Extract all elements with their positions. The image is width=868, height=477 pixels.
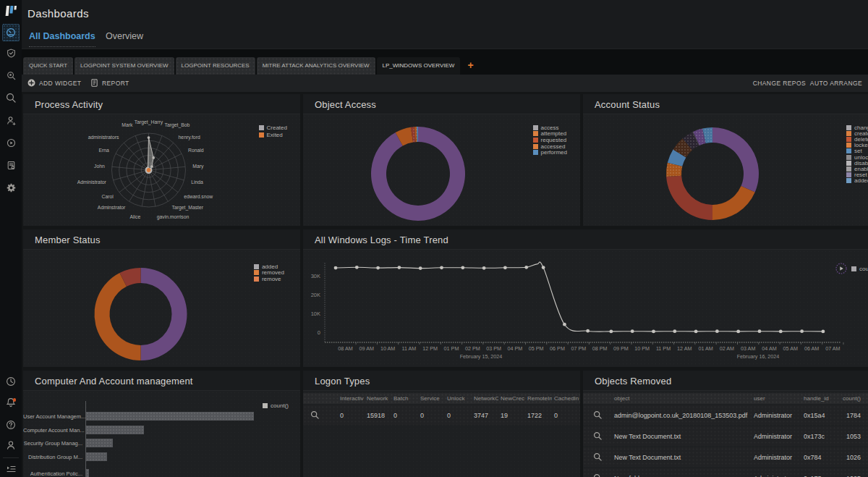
- column-header[interactable]: NetworkC: [472, 395, 498, 402]
- radar-chart-body[interactable]: Target_HarryTarget_Bobhenry.fordRonaldMa…: [23, 114, 300, 226]
- bar[interactable]: [86, 412, 254, 421]
- svg-text:05 PM: 05 PM: [529, 345, 544, 352]
- change-repos-button[interactable]: CHANGE REPOS: [753, 75, 806, 92]
- table-row[interactable]: 01591800037471917220: [303, 405, 580, 425]
- tab-all-dashboards[interactable]: All Dashboards: [29, 31, 95, 47]
- search-icon[interactable]: [593, 473, 602, 477]
- svg-text:Target_Master: Target_Master: [172, 205, 204, 211]
- panel-header[interactable]: Member Status: [23, 229, 300, 250]
- play-circle-button[interactable]: [835, 263, 847, 274]
- dashboard-tab[interactable]: LOGPOINT RESOURCES: [176, 57, 255, 75]
- bar[interactable]: [86, 439, 113, 447]
- column-header[interactable]: count(): [835, 395, 868, 402]
- legend-swatch: [254, 264, 259, 269]
- sidebar-item-menu[interactable]: [2, 460, 20, 477]
- column-header[interactable]: NewCrec: [498, 395, 525, 402]
- auto-arrange-button[interactable]: AUTO ARRANGE: [810, 75, 862, 92]
- panel-header[interactable]: Process Activity: [23, 94, 300, 114]
- column-header[interactable]: RemoteIn: [525, 395, 552, 402]
- legend-item[interactable]: removed: [254, 270, 284, 277]
- sidebar-item-help[interactable]: [2, 416, 20, 434]
- dashboard-tab[interactable]: MITRE ATTACK ANALYTICS OVERVIEW: [257, 57, 375, 75]
- bar[interactable]: [86, 452, 107, 461]
- search-icon[interactable]: [593, 410, 602, 421]
- panel-title: Logon Types: [315, 376, 370, 387]
- table-row[interactable]: New folderAdministrator0x173a1025: [583, 468, 868, 477]
- panel-header[interactable]: All Windows Logs - Time Trend: [303, 229, 868, 250]
- svg-text:Carol: Carol: [102, 194, 114, 199]
- column-header[interactable]: Unlock: [445, 395, 472, 402]
- panel-objects-removed: Objects Removed objectuserhandle_idcount…: [583, 371, 868, 477]
- svg-text:11 PM: 11 PM: [656, 345, 671, 352]
- column-header[interactable]: Batch: [391, 395, 418, 402]
- legend-swatch: [846, 131, 851, 136]
- dashboard-tab[interactable]: LP_WINDOWS OVERVIEW: [377, 57, 461, 75]
- sidebar-item-history[interactable]: [2, 373, 20, 390]
- sidebar-item-reports[interactable]: [2, 156, 20, 174]
- legend-label: count(): [271, 402, 289, 409]
- bar-chart-body[interactable]: count() User Account Managem...Computer …: [23, 391, 300, 477]
- tab-overview[interactable]: Overview: [106, 31, 143, 41]
- legend-item[interactable]: performed: [533, 149, 567, 156]
- sidebar-item-settings[interactable]: [2, 179, 20, 196]
- svg-text:06 PM: 06 PM: [550, 345, 565, 352]
- menu-icon: [6, 464, 16, 474]
- legend-item[interactable]: count(): [263, 402, 289, 409]
- legend-item[interactable]: added: [846, 178, 868, 184]
- table-row[interactable]: New Text Document.txtAdministrator0x7841…: [583, 447, 868, 467]
- svg-text:12 PM: 12 PM: [422, 345, 438, 352]
- sidebar-item-playbooks[interactable]: [2, 134, 20, 151]
- bar[interactable]: [86, 426, 144, 434]
- legend-item[interactable]: requested: [533, 137, 567, 143]
- legend-item[interactable]: accessed: [533, 143, 567, 150]
- report-button[interactable]: REPORT: [90, 75, 129, 92]
- donut-chart-body[interactable]: accessattemptedrequestedaccessedperforme…: [303, 114, 580, 226]
- search-icon[interactable]: [593, 452, 602, 463]
- legend-item[interactable]: Exited: [259, 132, 287, 139]
- sidebar-item-profile[interactable]: [2, 436, 20, 454]
- donut-chart-body[interactable]: changedcreateddeletedlockedsetunlockeddi…: [583, 114, 868, 226]
- svg-text:06 AM: 06 AM: [804, 345, 819, 352]
- column-header[interactable]: handle_id: [801, 395, 835, 402]
- line-chart-body[interactable]: 010K20K30K08 AM09 AM10 AM11 AM12 PM01 PM…: [303, 250, 868, 367]
- legend-item[interactable]: added: [254, 263, 284, 270]
- panel-header[interactable]: Account Status: [583, 94, 868, 114]
- panel-header[interactable]: Logon Types: [303, 371, 580, 391]
- table-row[interactable]: admin@logpoint.co.uk_20180108_153503.pdf…: [583, 405, 868, 425]
- sidebar-item-hunt[interactable]: [2, 67, 20, 84]
- legend-item[interactable]: count(): [851, 266, 868, 272]
- table-row[interactable]: New Text Document.txtAdministrator0x173c…: [583, 426, 868, 446]
- logpoint-logo[interactable]: [0, 0, 22, 22]
- panel-header[interactable]: Objects Removed: [583, 371, 868, 391]
- column-header[interactable]: CachedIn: [552, 395, 579, 402]
- column-header[interactable]: user: [752, 395, 801, 402]
- search-icon[interactable]: [593, 431, 602, 442]
- column-header[interactable]: object: [612, 395, 752, 402]
- bar-label: User Account Managem...: [23, 413, 82, 420]
- bar[interactable]: [86, 469, 89, 477]
- svg-text:Adminstrator: Adminstrator: [98, 205, 126, 210]
- sidebar-item-compliance[interactable]: [2, 44, 20, 62]
- column-header[interactable]: Service: [418, 395, 445, 402]
- column-header[interactable]: Interactiv: [338, 395, 365, 402]
- legend-swatch: [846, 178, 851, 183]
- column-header[interactable]: Network: [365, 395, 391, 402]
- donut-chart-body[interactable]: addedremovedremove: [23, 250, 300, 367]
- legend-item[interactable]: attempted: [533, 131, 567, 138]
- dashboard-tab[interactable]: QUICK START: [23, 57, 73, 75]
- sidebar-item-dashboard[interactable]: [2, 24, 20, 41]
- add-widget-button[interactable]: ADD WIDGET: [27, 75, 81, 92]
- panel-header[interactable]: Computer And Account management: [23, 371, 300, 391]
- legend-item[interactable]: remove: [254, 276, 284, 282]
- sidebar-item-notifications[interactable]: [2, 394, 20, 411]
- table-cell: New Text Document.txt: [612, 454, 752, 461]
- add-dashboard-button[interactable]: +: [461, 57, 479, 75]
- legend-swatch: [846, 143, 851, 148]
- panel-header[interactable]: Object Access: [303, 94, 580, 114]
- search-icon[interactable]: [310, 410, 319, 421]
- sidebar-item-search[interactable]: [2, 89, 20, 106]
- legend-item[interactable]: access: [533, 124, 567, 131]
- sidebar-item-users[interactable]: [2, 111, 20, 129]
- dashboard-tab[interactable]: LOGPOINT SYSTEM OVERVIEW: [75, 57, 174, 75]
- legend-item[interactable]: Created: [259, 124, 287, 132]
